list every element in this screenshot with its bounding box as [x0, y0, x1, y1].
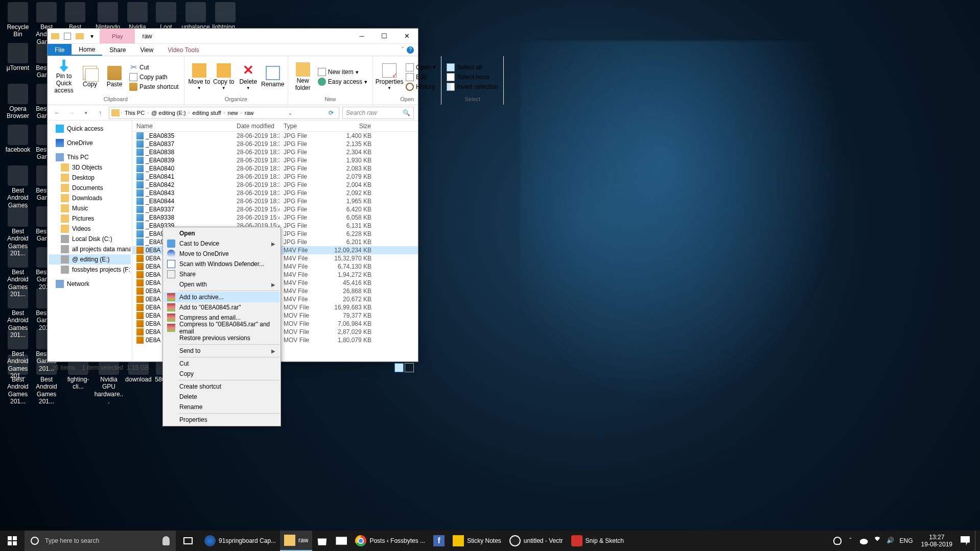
- nav-item[interactable]: @ editing (E:): [49, 254, 131, 265]
- nav-quick-access[interactable]: Quick access: [49, 124, 131, 134]
- search-icon[interactable]: 🔍: [403, 109, 410, 116]
- dropdown-icon[interactable]: ⌄: [285, 109, 296, 116]
- tray-chevron-icon[interactable]: ˆ: [847, 537, 855, 545]
- menu-item[interactable]: Move to OneDrive: [164, 249, 279, 259]
- column-type[interactable]: Type: [279, 123, 325, 130]
- invert-selection-button[interactable]: Invert selection: [445, 82, 500, 91]
- close-button[interactable]: ✕: [395, 29, 418, 43]
- nav-item[interactable]: Local Disk (C:): [49, 234, 131, 244]
- tab-file[interactable]: File: [48, 44, 72, 56]
- nav-onedrive[interactable]: OneDrive: [49, 138, 131, 148]
- menu-item[interactable]: Add to archive...: [164, 292, 279, 302]
- up-button[interactable]: ↑: [95, 107, 106, 118]
- menu-item[interactable]: Rename: [164, 402, 279, 412]
- people-icon[interactable]: [833, 537, 842, 545]
- menu-item[interactable]: Open with▶: [164, 279, 279, 290]
- new-folder-button[interactable]: New folder: [291, 60, 315, 94]
- menu-item[interactable]: Share: [164, 269, 279, 279]
- ribbon-collapse-icon[interactable]: ˆ: [402, 46, 404, 54]
- mic-icon[interactable]: [162, 536, 170, 545]
- desktop-icon[interactable]: facebook: [3, 125, 33, 153]
- paste-button[interactable]: Paste: [103, 60, 126, 94]
- desktop-icon[interactable]: Opera Browser: [3, 84, 33, 120]
- onedrive-tray-icon[interactable]: [860, 537, 868, 545]
- copy-to-button[interactable]: Copy to▼: [212, 60, 236, 94]
- file-row[interactable]: _E8A083528-06-2019 18:34JPG File1,400 KB: [132, 132, 418, 140]
- taskbar-search[interactable]: Type here to search: [25, 531, 176, 551]
- nav-item[interactable]: Documents: [49, 183, 131, 193]
- desktop-icon[interactable]: Best Android Games 201...: [3, 354, 33, 405]
- menu-item[interactable]: Open: [164, 228, 279, 238]
- nav-item[interactable]: Pictures: [49, 213, 131, 224]
- history-button[interactable]: History: [404, 82, 438, 91]
- delete-button[interactable]: ✕Delete▼: [237, 60, 260, 94]
- minimize-button[interactable]: ─: [351, 29, 373, 43]
- taskbar-app[interactable]: Posts ‹ Fossbytes ...: [351, 531, 429, 551]
- wifi-icon[interactable]: [871, 535, 883, 547]
- taskbar-app[interactable]: [332, 531, 351, 551]
- menu-item[interactable]: Compress to "0E8A0845.rar" and email: [164, 323, 279, 333]
- desktop-icon[interactable]: Recycle Bin: [3, 2, 33, 38]
- contextual-tab-video[interactable]: Play: [100, 29, 135, 43]
- search-input[interactable]: Search raw 🔍: [342, 107, 414, 119]
- show-desktop-button[interactable]: [975, 531, 978, 551]
- task-view-button[interactable]: [176, 531, 200, 551]
- menu-item[interactable]: Restore previous versions: [164, 333, 279, 343]
- thumbnails-view-button[interactable]: [405, 363, 414, 372]
- tab-video-tools[interactable]: Video Tools: [160, 44, 206, 56]
- menu-item[interactable]: Cut: [164, 358, 279, 369]
- copy-button[interactable]: Copy: [78, 60, 102, 94]
- language-indicator[interactable]: ENG: [900, 537, 913, 544]
- desktop-icon[interactable]: Best Android Games: [3, 165, 33, 209]
- taskbar-app[interactable]: [312, 531, 332, 551]
- file-row[interactable]: _E8A933828-06-2019 15:41JPG File6,058 KB: [132, 213, 418, 222]
- address-bar[interactable]: › This PC› @ editing (E:)› editing stuff…: [109, 107, 339, 119]
- help-icon[interactable]: ?: [407, 46, 414, 54]
- file-row[interactable]: _E8A084128-06-2019 18:34JPG File2,079 KB: [132, 173, 418, 181]
- file-row[interactable]: _E8A083828-06-2019 18:34JPG File2,304 KB: [132, 148, 418, 156]
- tab-view[interactable]: View: [133, 44, 160, 56]
- nav-item[interactable]: Desktop: [49, 173, 131, 183]
- select-all-button[interactable]: Select all: [445, 63, 500, 72]
- nav-item[interactable]: Downloads: [49, 193, 131, 203]
- breadcrumb-folder1[interactable]: editing stuff: [191, 110, 223, 116]
- column-name[interactable]: Name: [132, 123, 232, 130]
- copy-path-button[interactable]: Copy path: [127, 73, 181, 82]
- forward-button[interactable]: →: [66, 107, 77, 118]
- menu-item[interactable]: Send to▶: [164, 346, 279, 356]
- file-row[interactable]: _E8A084028-06-2019 18:34JPG File2,083 KB: [132, 164, 418, 173]
- qat-folder-icon[interactable]: [50, 31, 61, 42]
- menu-item[interactable]: Scan with Windows Defender...: [164, 259, 279, 269]
- nav-item[interactable]: Music: [49, 203, 131, 213]
- breadcrumb-drive[interactable]: @ editing (E:): [150, 110, 187, 116]
- tab-home[interactable]: Home: [72, 44, 102, 56]
- taskbar-app[interactable]: 91springboard Cap...: [200, 531, 280, 551]
- desktop-icon[interactable]: µTorrent: [3, 43, 33, 71]
- tab-share[interactable]: Share: [102, 44, 133, 56]
- volume-icon[interactable]: 🔊: [886, 537, 895, 545]
- clock[interactable]: 13:27 19-08-2019: [918, 534, 955, 548]
- easy-access-button[interactable]: Easy access ▾: [316, 77, 369, 86]
- menu-item[interactable]: Delete: [164, 392, 279, 402]
- qat-newfolder-icon[interactable]: [74, 31, 85, 42]
- menu-item[interactable]: Copy: [164, 369, 279, 379]
- file-row[interactable]: _E8A083928-06-2019 18:34JPG File1,930 KB: [132, 156, 418, 164]
- properties-button[interactable]: Properties▼: [376, 60, 403, 94]
- start-button[interactable]: [0, 531, 25, 551]
- taskbar-app[interactable]: Sticky Notes: [449, 531, 505, 551]
- recent-dropdown[interactable]: ▾: [80, 107, 91, 118]
- file-row[interactable]: _E8A084328-06-2019 18:34JPG File2,092 KB: [132, 189, 418, 197]
- qat-props-icon[interactable]: [62, 31, 73, 42]
- taskbar-app[interactable]: f: [429, 531, 449, 551]
- menu-item[interactable]: Create shortcut: [164, 381, 279, 392]
- nav-item[interactable]: all projects data management (D: [49, 244, 131, 254]
- file-row[interactable]: _E8A083728-06-2019 18:34JPG File2,135 KB: [132, 140, 418, 148]
- column-size[interactable]: Size: [325, 123, 376, 130]
- nav-item[interactable]: 3D Objects: [49, 162, 131, 173]
- breadcrumb-pc[interactable]: This PC: [123, 110, 146, 116]
- column-date[interactable]: Date modified: [232, 123, 279, 130]
- file-row[interactable]: _E8A084228-06-2019 18:34JPG File2,004 KB: [132, 181, 418, 189]
- menu-item[interactable]: Add to "0E8A0845.rar": [164, 302, 279, 313]
- paste-shortcut-button[interactable]: Paste shortcut: [127, 82, 181, 91]
- back-button[interactable]: ←: [52, 107, 63, 118]
